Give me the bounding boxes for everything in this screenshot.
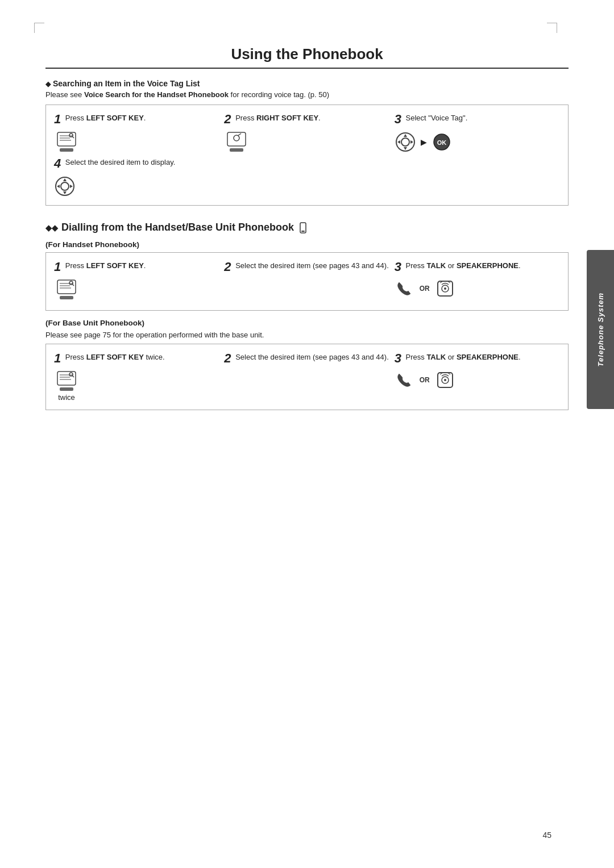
- step3-number: 3: [395, 112, 401, 126]
- section-dialling: Dialling from the Handset/Base Unit Phon…: [45, 222, 569, 410]
- subsection2-desc: Please see page 75 for the operation per…: [45, 331, 569, 339]
- nav-ring-svg-2: [54, 176, 76, 197]
- phonebook-svg-hs1: [54, 279, 79, 301]
- section1-desc: Please see Voice Search for the Handset …: [45, 90, 569, 99]
- phonebook-svg-2: [224, 131, 249, 153]
- hs-step-2: 2 Select the desired item (see pages 43 …: [224, 261, 389, 302]
- svg-line-5: [72, 136, 74, 138]
- svg-marker-15: [397, 140, 400, 144]
- subsection2-steps: 1 Press LEFT SOFT KEY twice.: [45, 344, 569, 410]
- svg-marker-13: [404, 134, 407, 137]
- phone-handset-icon: [297, 222, 309, 233]
- step3-icons: ▶ OK: [395, 131, 452, 153]
- svg-line-9: [238, 133, 241, 136]
- corner-mark-tl: [34, 23, 44, 33]
- phonebook-icon-1: [54, 131, 79, 153]
- bu-step1-text: 1 Press LEFT SOFT KEY twice.: [54, 352, 165, 365]
- subsection-handset: (For Handset Phonebook) 1 Press LEFT SOF…: [45, 240, 569, 311]
- arrow-right: ▶: [421, 137, 427, 147]
- section-voice-tag: Searching an Item in the Voice Tag List …: [45, 79, 569, 206]
- step4-text: 4 Select the desired item to display.: [54, 157, 175, 170]
- phonebook-icon-hs1: [54, 279, 79, 302]
- section1-heading: Searching an Item in the Voice Tag List: [45, 79, 569, 88]
- subsection1-heading: (For Handset Phonebook): [45, 240, 569, 249]
- page: Telephone System Using the Phonebook Sea…: [0, 0, 614, 868]
- step3-text: 3 Select "Voice Tag".: [395, 113, 468, 126]
- side-tab: Telephone System: [587, 250, 614, 409]
- svg-point-8: [234, 135, 239, 141]
- svg-rect-43: [60, 387, 73, 391]
- step1-text: 1 Press LEFT SOFT KEY.: [54, 113, 146, 126]
- step4-number: 4: [54, 156, 61, 170]
- svg-marker-21: [63, 178, 67, 181]
- subsection2-heading: (For Base Unit Phonebook): [45, 319, 569, 327]
- step2-icons: [224, 131, 249, 153]
- talk-icon-2: [395, 370, 414, 390]
- or-label-1: OR: [420, 285, 430, 293]
- svg-marker-14: [404, 147, 407, 150]
- svg-rect-26: [301, 231, 305, 232]
- talk-icon: [395, 279, 414, 298]
- nav-ring-svg: [395, 131, 416, 153]
- page-number: 45: [542, 831, 551, 840]
- bu-step2-text: 2 Select the desired item (see pages 43 …: [224, 352, 388, 365]
- hs-step3-icons: OR: [395, 279, 455, 298]
- bu-step-3: 3 Press TALK or SPEAKERPHONE. OR: [395, 352, 560, 402]
- phonebook-icon-bu1: twice: [54, 370, 79, 402]
- svg-marker-16: [410, 140, 413, 144]
- phonebook-svg-1: [54, 131, 79, 153]
- speakerphone-icon-2: [435, 370, 455, 390]
- speakerphone-icon: [435, 279, 455, 298]
- bu-step3-text: 3 Press TALK or SPEAKERPHONE.: [395, 352, 521, 365]
- bu-step3-icons: OR: [395, 370, 455, 390]
- svg-rect-7: [227, 132, 246, 146]
- subsection-base: (For Base Unit Phonebook) Please see pag…: [45, 319, 569, 410]
- twice-label: twice: [58, 393, 75, 402]
- step2-text: 2 Press RIGHT SOFT KEY.: [224, 113, 320, 126]
- hs-step-3: 3 Press TALK or SPEAKERPHONE. OR: [395, 261, 560, 302]
- hs-step-1: 1 Press LEFT SOFT KEY.: [54, 261, 219, 302]
- step4-row: 4 Select the desired item to display.: [54, 157, 560, 197]
- hs-step3-text: 3 Press TALK or SPEAKERPHONE.: [395, 261, 521, 273]
- svg-marker-24: [70, 185, 73, 188]
- svg-rect-33: [60, 296, 73, 299]
- section1-steps: 1 Press LEFT SOFT KEY.: [45, 105, 569, 206]
- step4-icons: [54, 176, 76, 197]
- ok-button-svg: OK: [432, 132, 452, 152]
- svg-point-36: [444, 287, 446, 290]
- hs-step2-text: 2 Select the desired item (see pages 43 …: [224, 261, 388, 273]
- svg-line-42: [72, 375, 74, 377]
- svg-rect-6: [60, 148, 73, 152]
- svg-marker-22: [63, 191, 67, 194]
- phonebook-icon-2: [224, 131, 249, 153]
- svg-point-46: [444, 379, 446, 381]
- svg-text:OK: OK: [437, 139, 446, 146]
- step-3: 3 Select "Voice Tag". ▶: [395, 113, 560, 153]
- subsection1-steps: 1 Press LEFT SOFT KEY.: [45, 252, 569, 311]
- section2-heading: Dialling from the Handset/Base Unit Phon…: [45, 222, 569, 233]
- step-2: 2 Press RIGHT SOFT KEY.: [224, 113, 389, 153]
- svg-marker-23: [57, 185, 60, 188]
- or-label-2: OR: [420, 376, 430, 384]
- svg-point-12: [401, 138, 409, 146]
- page-title: Using the Phonebook: [45, 45, 569, 69]
- svg-point-20: [61, 182, 69, 190]
- phonebook-svg-bu1: [54, 370, 79, 392]
- hs-step1-icon: [54, 279, 79, 302]
- step1-icons: [54, 131, 79, 153]
- step-1: 1 Press LEFT SOFT KEY.: [54, 113, 219, 153]
- bu-step-1: 1 Press LEFT SOFT KEY twice.: [54, 352, 219, 402]
- bu-step-2: 2 Select the desired item (see pages 43 …: [224, 352, 389, 402]
- bu-step1-icon: twice: [54, 370, 79, 402]
- svg-line-32: [72, 284, 74, 286]
- step-4: 4 Select the desired item to display.: [54, 157, 179, 197]
- step1-number: 1: [54, 112, 61, 126]
- svg-rect-10: [230, 148, 243, 152]
- step2-number: 2: [224, 112, 231, 126]
- side-tab-label: Telephone System: [596, 293, 605, 366]
- hs-step1-text: 1 Press LEFT SOFT KEY.: [54, 261, 146, 273]
- corner-mark-tr: [547, 23, 557, 33]
